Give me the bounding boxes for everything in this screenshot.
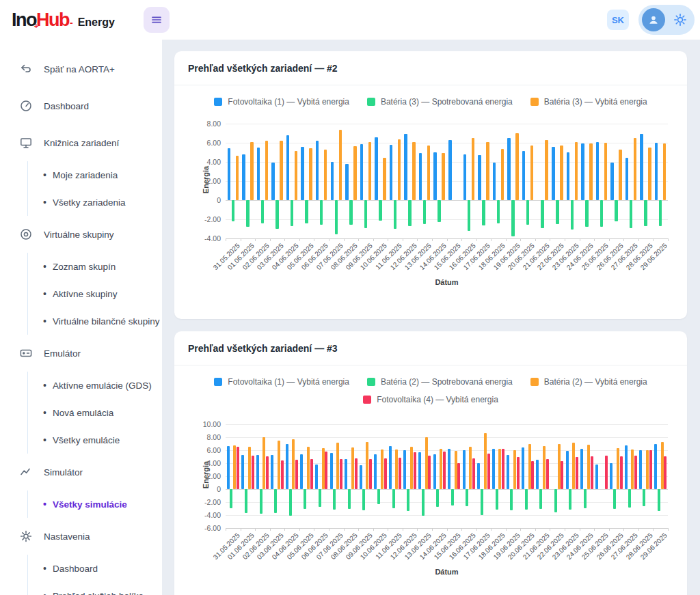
- sidebar-item-moje-zariadenia[interactable]: Moje zariadenia: [28, 161, 162, 189]
- bar: [442, 153, 445, 200]
- sidebar-item-kni-nica-zariaden[interactable]: Knižnica zariadení: [0, 124, 162, 161]
- sidebar-item-simul-tor[interactable]: Simulátor: [0, 454, 162, 490]
- sidebar-item-dashboard[interactable]: Dashboard: [0, 87, 162, 124]
- bar: [392, 489, 395, 508]
- bar: [320, 200, 323, 225]
- legend-item[interactable]: Batéria (3) — Vybitá energia: [530, 94, 647, 110]
- sidebar-item-emul-tor[interactable]: Emulátor: [0, 335, 162, 372]
- legend-item[interactable]: Fotovoltaika (4) — Vybitá energia: [363, 391, 498, 408]
- bar: [333, 489, 336, 510]
- bar: [655, 143, 658, 200]
- legend-swatch: [214, 98, 222, 106]
- bar: [248, 447, 251, 489]
- sidebar-item-nastavenia[interactable]: Nastavenia: [0, 518, 162, 555]
- main-content: Prehľad všetkých zariadení — #2 Fotovolt…: [162, 40, 700, 595]
- sidebar-item-back-to-aorta[interactable]: Späť na AORTA+: [0, 51, 162, 87]
- sidebar-item-virtu-lne-skupiny[interactable]: Virtuálne skupiny: [0, 216, 162, 253]
- bar: [554, 489, 557, 512]
- bar: [374, 454, 377, 489]
- bar: [395, 449, 398, 489]
- gridline: [226, 502, 668, 503]
- y-tick-label: -4.00: [188, 234, 221, 243]
- gridline: [226, 437, 668, 438]
- sidebar-item-v-etky-zariadenia[interactable]: Všetky zariadenia: [28, 189, 162, 216]
- header-right: SK: [607, 5, 695, 35]
- bar: [455, 451, 457, 489]
- legend-item[interactable]: Fotovoltaika (1) — Vybitá energia: [214, 374, 349, 390]
- bar: [266, 456, 269, 489]
- nav-item-label: Knižnica zariadení: [44, 138, 119, 148]
- x-axis-title: Dátum: [226, 278, 668, 286]
- bar: [591, 456, 593, 489]
- bar: [498, 449, 501, 489]
- legend-item[interactable]: Batéria (3) — Spotrebovaná energia: [367, 94, 513, 110]
- sub-list: Všetky simulácie: [27, 490, 162, 518]
- bar: [561, 461, 563, 489]
- bar: [309, 148, 312, 200]
- bar: [628, 489, 631, 508]
- bar: [242, 154, 245, 200]
- sidebar-item-nov-emul-cia[interactable]: Nová emulácia: [28, 399, 162, 426]
- bar: [487, 454, 490, 489]
- sidebar-item-dashboard[interactable]: Dashboard: [28, 555, 162, 582]
- bar: [522, 447, 524, 489]
- y-tick-label: 0: [188, 196, 221, 204]
- gear-icon[interactable]: [673, 12, 688, 27]
- legend-item[interactable]: Batéria (2) — Vybitá energia: [530, 374, 647, 390]
- legend-swatch: [363, 396, 371, 404]
- sidebar-item-preh-ad-slu-ieb-bal-ka[interactable]: Prehľad služieb balíka: [28, 582, 162, 595]
- bar: [399, 458, 401, 489]
- bar: [245, 489, 247, 513]
- bar: [408, 200, 412, 226]
- bar: [566, 451, 569, 489]
- legend-item[interactable]: Batéria (2) — Spotrebovaná energia: [367, 374, 513, 390]
- bar: [478, 155, 481, 201]
- bar: [567, 152, 570, 200]
- sidebar-toggle-button[interactable]: [144, 7, 170, 33]
- groups-icon: [19, 227, 33, 241]
- legend-swatch: [214, 378, 222, 386]
- bar: [620, 456, 623, 489]
- bar: [661, 442, 664, 489]
- bar: [286, 444, 288, 490]
- language-badge[interactable]: SK: [607, 10, 629, 30]
- sidebar-item-zoznam-skup-n[interactable]: Zoznam skupín: [28, 253, 162, 280]
- bar: [436, 489, 439, 507]
- sidebar-item-v-etky-emul-cie[interactable]: Všetky emulácie: [28, 426, 162, 454]
- bar: [389, 446, 392, 489]
- app-logo[interactable]: Ino+Hub- Energy: [12, 10, 115, 31]
- bar: [256, 455, 259, 489]
- legend-item[interactable]: Fotovoltaika (1) — Vybitá energia: [214, 94, 349, 110]
- x-axis-title: Dátum: [226, 568, 668, 576]
- sidebar-item-v-etky-simul-cie[interactable]: Všetky simulácie: [28, 490, 162, 518]
- legend-swatch: [367, 98, 375, 106]
- bar: [368, 142, 372, 200]
- bar: [639, 450, 642, 489]
- y-tick-label: 10.00: [188, 420, 221, 428]
- bar: [536, 460, 539, 489]
- bar: [375, 137, 378, 200]
- bar: [433, 454, 436, 489]
- sidebar-item-akt-vne-emul-cie-gds[interactable]: Aktívne emulácie (GDS): [28, 372, 162, 399]
- app-header: Ino+Hub- Energy SK: [0, 0, 700, 40]
- bar: [646, 450, 649, 489]
- bar: [558, 444, 561, 490]
- bar: [228, 148, 231, 200]
- bar: [613, 489, 616, 509]
- bar: [541, 200, 544, 228]
- bar: [390, 145, 393, 200]
- bar: [433, 152, 437, 200]
- sidebar-item-virtu-lne-bilan-n-skupiny[interactable]: Virtuálne bilančné skupiny: [28, 307, 162, 335]
- nav-item-label: Emulátor: [44, 348, 81, 359]
- y-tick-label: 2.00: [188, 472, 221, 480]
- bar: [364, 200, 368, 228]
- bar: [295, 151, 298, 200]
- nav-item-label: Virtuálne skupiny: [44, 230, 114, 240]
- bar: [383, 158, 386, 200]
- nav-item-label: Simulátor: [44, 467, 83, 478]
- sidebar-item-akt-vne-skupiny[interactable]: Aktívne skupiny: [28, 280, 162, 307]
- x-axis-tick: [668, 238, 669, 241]
- bar: [463, 450, 466, 489]
- avatar[interactable]: [642, 8, 665, 31]
- bar: [301, 147, 304, 200]
